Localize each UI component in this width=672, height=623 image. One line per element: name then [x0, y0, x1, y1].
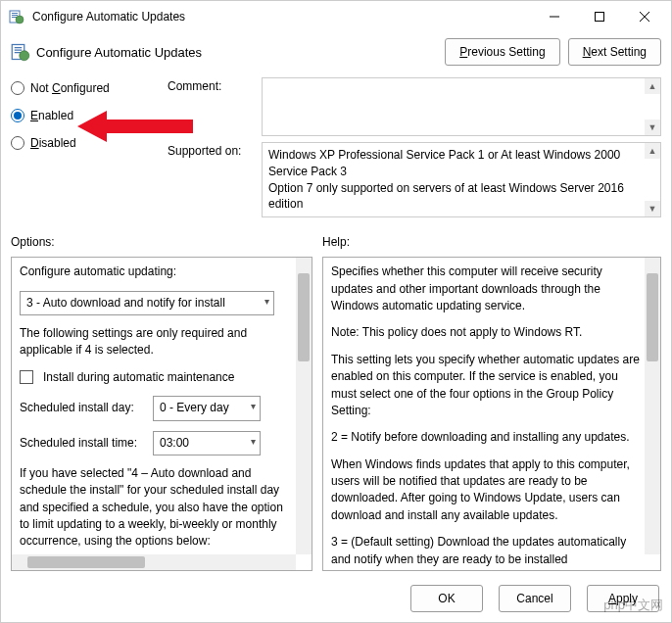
- install-maintenance-row[interactable]: Install during automatic maintenance: [20, 369, 294, 386]
- options-scrollbar-horizontal[interactable]: [12, 554, 296, 570]
- titlebar: Configure Automatic Updates: [1, 1, 671, 32]
- options-heading: Configure automatic updating:: [20, 264, 294, 280]
- cancel-button[interactable]: Cancel: [499, 585, 571, 612]
- options-scrollbar-vertical[interactable]: [296, 258, 312, 554]
- header-row: Configure Automatic Updates Previous Set…: [1, 32, 671, 72]
- help-paragraph: Specifies whether this computer will rec…: [331, 264, 643, 314]
- radio-label: Enabled: [30, 109, 73, 122]
- sched-time-label: Scheduled install time:: [20, 435, 147, 452]
- scroll-down-icon[interactable]: ▼: [645, 201, 660, 216]
- scroll-up-icon[interactable]: ▲: [645, 78, 660, 94]
- policy-icon: [11, 42, 30, 62]
- update-mode-dropdown[interactable]: 3 - Auto download and notify for install: [20, 291, 274, 315]
- help-panel: Specifies whether this computer will rec…: [322, 257, 661, 571]
- options-note-text: If you have selected "4 – Auto download …: [20, 465, 294, 551]
- apply-button[interactable]: Apply: [587, 585, 659, 612]
- svg-point-13: [20, 51, 29, 61]
- help-paragraph: When Windows finds updates that apply to…: [331, 456, 643, 525]
- help-paragraph: 3 = (Default setting) Download the updat…: [331, 534, 643, 568]
- help-scrollbar-vertical[interactable]: [645, 258, 660, 554]
- previous-setting-button[interactable]: Previous Setting: [445, 38, 559, 66]
- sched-time-dropdown[interactable]: 03:00: [153, 431, 261, 455]
- scroll-down-icon[interactable]: ▼: [645, 120, 660, 135]
- svg-rect-1: [12, 13, 18, 14]
- svg-rect-11: [15, 50, 23, 51]
- minimize-button[interactable]: [532, 1, 577, 32]
- svg-rect-6: [596, 13, 604, 22]
- options-panel: Configure automatic updating: 3 - Auto d…: [11, 257, 312, 571]
- close-button[interactable]: [622, 1, 667, 32]
- scroll-up-icon[interactable]: ▲: [645, 143, 660, 159]
- svg-point-4: [16, 16, 24, 24]
- radio-enabled[interactable]: Enabled: [11, 109, 168, 122]
- comment-label: Comment:: [168, 77, 256, 93]
- comment-column: Comment: ▲ ▼ Supported on: Windows XP Pr…: [168, 77, 661, 217]
- policy-icon: [9, 9, 24, 24]
- section-labels: Options: Help:: [1, 217, 671, 253]
- supported-on-text: Windows XP Professional Service Pack 1 o…: [262, 142, 661, 217]
- radio-disabled[interactable]: Disabled: [11, 136, 168, 150]
- config-row: Not Configured Enabled Disabled Comment:…: [1, 72, 671, 217]
- ok-button[interactable]: OK: [410, 585, 483, 612]
- supported-on-label: Supported on:: [168, 142, 256, 158]
- radio-not-configured[interactable]: Not Configured: [11, 81, 168, 95]
- svg-rect-2: [12, 15, 18, 16]
- next-setting-button[interactable]: Next Setting: [568, 38, 661, 66]
- comment-textarea[interactable]: ▲ ▼: [262, 77, 661, 136]
- sched-day-dropdown[interactable]: 0 - Every day: [153, 396, 261, 420]
- radio-icon: [11, 136, 24, 150]
- radio-icon: [11, 81, 24, 95]
- radio-label: Disabled: [30, 136, 76, 150]
- window-title: Configure Automatic Updates: [32, 10, 532, 24]
- help-paragraph: 2 = Notify before downloading and instal…: [331, 429, 643, 446]
- panels: Configure automatic updating: 3 - Auto d…: [1, 253, 671, 575]
- radio-icon: [11, 109, 24, 122]
- options-required-note: The following settings are only required…: [20, 325, 294, 359]
- supported-on-value: Windows XP Professional Service Pack 1 o…: [268, 147, 654, 213]
- window-root: Configure Automatic Updates Configure Au…: [0, 0, 672, 623]
- radio-label: Not Configured: [30, 81, 110, 95]
- state-radio-group: Not Configured Enabled Disabled: [11, 77, 168, 217]
- help-paragraph: Note: This policy does not apply to Wind…: [331, 324, 643, 341]
- install-maintenance-label: Install during automatic maintenance: [43, 369, 234, 386]
- install-maintenance-checkbox[interactable]: [20, 370, 33, 384]
- help-label: Help:: [322, 235, 350, 249]
- footer: OK Cancel Apply: [1, 575, 671, 622]
- help-paragraph: This setting lets you specify whether au…: [331, 352, 643, 420]
- options-label: Options:: [11, 235, 322, 249]
- sched-day-label: Scheduled install day:: [20, 400, 147, 416]
- maximize-button[interactable]: [577, 1, 622, 32]
- svg-rect-10: [15, 47, 23, 48]
- page-title: Configure Automatic Updates: [36, 45, 202, 60]
